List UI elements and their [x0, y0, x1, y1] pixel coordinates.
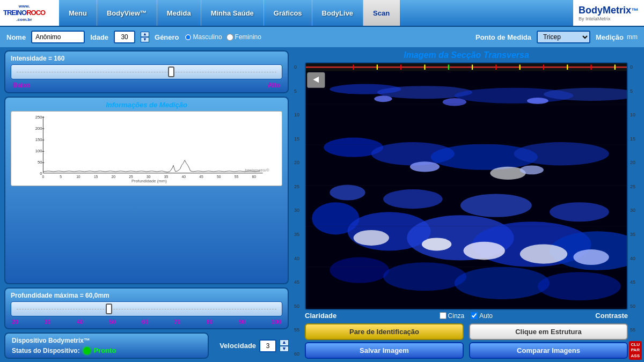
svg-point-66	[463, 242, 505, 260]
idade-input[interactable]	[114, 31, 135, 43]
svg-text:10: 10	[76, 175, 80, 179]
device-row: Dispositivo Bodymetrix™ Status do Dispos…	[4, 333, 289, 359]
depth-label-80: 80	[207, 319, 213, 325]
intensity-slider-area	[11, 64, 282, 79]
masculino-radio[interactable]: Masculino	[185, 33, 222, 41]
feminino-radio[interactable]: Feminino	[226, 33, 261, 41]
intensity-low-label: Baixo	[13, 82, 31, 89]
velocity-spinner[interactable]: ▲ ▼	[280, 339, 289, 352]
svg-text:50: 50	[217, 175, 221, 179]
depth-label-30: 30	[44, 319, 50, 325]
svg-text:60: 60	[252, 175, 257, 179]
cinza-checkbox[interactable]	[440, 312, 447, 319]
svg-text:100: 100	[35, 149, 42, 153]
scan-bottom-controls: Claridade Cinza Auto Contraste	[305, 310, 628, 321]
status-text: Pronto	[94, 346, 116, 354]
svg-point-75	[455, 267, 550, 299]
ponto-label: Ponto de Medida	[475, 33, 531, 41]
clique-estrutura-button[interactable]: Clique em Estrutura	[469, 323, 628, 340]
top-nav-bar: www. TREINOROCO .com.br Menu BodyView™ M…	[0, 0, 644, 27]
left-panel: Intensidade = 160 Baixo Alto Informações…	[4, 50, 289, 359]
svg-point-51	[527, 98, 548, 104]
brand-name: BodyMetrix™	[579, 5, 639, 16]
svg-point-74	[383, 262, 466, 291]
depth-slider-thumb[interactable]	[106, 304, 112, 314]
svg-point-50	[443, 98, 466, 106]
form-row: Nome Idade ▲ ▼ Género Masculino Feminino…	[0, 27, 644, 47]
chart-panel: Informações de Medição 250 200 150 100	[4, 97, 289, 284]
chart-area: 250 200 150 100 50 0 0 5 10 15 20	[11, 111, 282, 186]
tab-bodyview[interactable]: BodyView™	[97, 0, 157, 26]
ponto-section: Ponto de Medida Tricep Bicep Abdomen	[475, 31, 590, 43]
scan-svg: ◄	[306, 63, 627, 309]
genero-radio-group: Masculino Feminino	[185, 33, 261, 41]
velocity-label: Velocidade	[219, 342, 256, 350]
svg-text:55: 55	[235, 175, 239, 179]
ponto-select[interactable]: Tricep Bicep Abdomen	[537, 31, 590, 43]
svg-point-49	[374, 95, 392, 102]
depth-panel: Profundidade máxima = 60,0mm 20 30 40 50…	[4, 287, 289, 329]
cinza-text: Cinza	[448, 312, 465, 320]
intensity-high-label: Alto	[268, 82, 280, 89]
contraste-label: Contraste	[595, 312, 628, 320]
svg-point-73	[330, 257, 389, 283]
comparar-imagens-button[interactable]: Comparar Imagens	[469, 342, 628, 359]
y-labels-left: 0 5 10 15 20 25 30 35 40 45 50 55 60	[293, 62, 304, 359]
depth-label-60: 60	[142, 319, 148, 325]
action-row-1: Pare de Identificação Clique em Estrutur…	[305, 323, 628, 340]
cinza-checkbox-label[interactable]: Cinza	[440, 312, 465, 320]
nome-input[interactable]	[31, 31, 85, 43]
scan-title: Imagem da Secção Transversa	[293, 50, 640, 60]
svg-point-68	[573, 249, 609, 265]
idade-spinner[interactable]: ▲ ▼	[141, 32, 149, 42]
pare-identificacao-button[interactable]: Pare de Identificação	[305, 323, 464, 340]
device-status: Status do Dispositivo: Pronto	[12, 346, 201, 354]
logo-area: www. TREINOROCO .com.br	[0, 0, 59, 26]
depth-title: Profundidade máxima = 60,0mm	[11, 292, 282, 299]
depth-labels: 20 30 40 50 60 70 80 90 100	[11, 319, 282, 325]
auto-text: Auto	[479, 312, 493, 320]
medicao-label: Medição	[596, 33, 624, 41]
device-status-label: Status do Dispositivo:	[12, 347, 80, 354]
svg-point-67	[520, 244, 568, 263]
svg-point-64	[354, 230, 389, 246]
logo-text: www. TREINOROCO .com.br	[3, 4, 45, 23]
velocity-input[interactable]	[259, 339, 276, 352]
velocity-section: Velocidade ▲ ▼	[219, 339, 289, 352]
svg-point-56	[410, 161, 440, 172]
tab-menu[interactable]: Menu	[59, 0, 97, 26]
tab-scan[interactable]: Scan	[363, 0, 400, 26]
brand-sub: By IntelaMetrix	[579, 16, 639, 21]
intensity-slider-thumb[interactable]	[168, 67, 174, 77]
genero-label: Género	[155, 33, 179, 41]
tab-bodylive[interactable]: BodyLive	[312, 0, 364, 26]
svg-point-70	[383, 189, 443, 209]
svg-text:Profundidade (mm): Profundidade (mm)	[131, 179, 167, 183]
svg-text:5: 5	[60, 175, 62, 179]
brand-area: BodyMetrix™ By IntelaMetrix	[573, 0, 644, 26]
svg-text:150: 150	[35, 137, 42, 142]
svg-text:Intelametrix®: Intelametrix®	[245, 168, 269, 173]
auto-checkbox-label[interactable]: Auto	[471, 312, 493, 320]
status-indicator	[83, 347, 91, 354]
tab-graficos[interactable]: Gráficos	[264, 0, 312, 26]
tab-saude[interactable]: Minha Saúde	[201, 0, 264, 26]
svg-text:50: 50	[38, 160, 42, 165]
idade-label: Idade	[90, 33, 108, 41]
depth-label-100: 100	[272, 319, 281, 325]
chart-svg: 250 200 150 100 50 0 0 5 10 15 20	[13, 114, 280, 183]
device-box: Dispositivo Bodymetrix™ Status do Dispos…	[4, 333, 209, 359]
tab-medida[interactable]: Medida	[157, 0, 201, 26]
svg-point-55	[514, 142, 609, 165]
auto-checkbox[interactable]	[471, 312, 478, 319]
svg-point-71	[460, 194, 532, 217]
claridade-label: Claridade	[305, 312, 336, 320]
salvar-imagem-button[interactable]: Salvar Imagem	[305, 342, 464, 359]
intensity-panel: Intensidade = 160 Baixo Alto	[4, 50, 289, 93]
svg-text:20: 20	[112, 175, 116, 179]
svg-text:15: 15	[94, 175, 98, 179]
svg-point-65	[422, 238, 451, 250]
depth-label-50: 50	[109, 319, 115, 325]
svg-point-69	[330, 185, 365, 201]
svg-text:45: 45	[199, 175, 203, 179]
